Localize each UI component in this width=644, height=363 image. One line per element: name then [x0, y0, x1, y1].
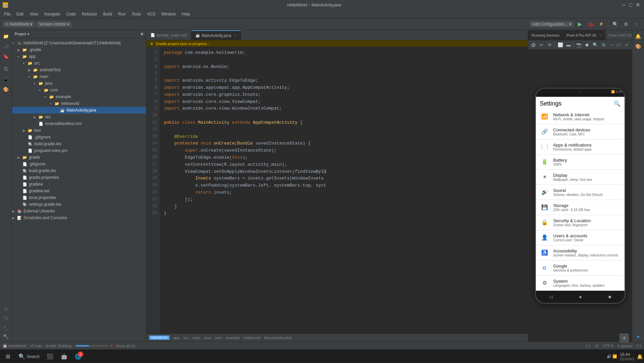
tree-item-gradlewbat[interactable]: 📄 gradlew.bat	[12, 188, 146, 194]
search-button[interactable]: 🔍 Search	[15, 352, 42, 362]
power-button[interactable]: ⏻	[530, 41, 537, 49]
tree-item-buildgradle[interactable]: 🐘 build.gradle.kts	[12, 140, 146, 147]
sidebar-item-problems[interactable]: ⚠	[1, 304, 11, 313]
tree-item-gitignore[interactable]: 📄 .gitignore	[12, 134, 146, 140]
git-branch-status[interactable]: ⎇ main	[29, 344, 43, 348]
tree-item-androidtest[interactable]: ▶ 📂 androidTest	[12, 67, 146, 73]
code-editor[interactable]: 12345 678910 1112131415 1617181920 21222…	[146, 47, 528, 333]
tab-pixel8[interactable]: Pixel 8 Pro API 26 ✕	[563, 30, 605, 40]
panel-options-icon[interactable]: ⚙	[140, 32, 143, 36]
settings-item-storage[interactable]: 💾 Storage 23% used · 6.15 GB free	[536, 200, 625, 215]
debug-button[interactable]: 🐞	[586, 19, 595, 29]
sidebar-item-structure[interactable]: 🏗	[1, 65, 11, 74]
menu-build[interactable]: Build	[100, 11, 115, 17]
build-status[interactable]: Gradle: Building... ✕	[45, 344, 113, 348]
screenshot-button[interactable]: 📷	[575, 41, 583, 49]
running-devices-label[interactable]: Running Devices	[528, 30, 563, 40]
settings-item-connected[interactable]: 🔗 Connected devices Bluetooth, Cast, NFC	[536, 124, 625, 139]
tree-item-java[interactable]: ▾ 📂 java	[12, 80, 146, 87]
tab-mainactivity-java[interactable]: ☕ MainActivity.java ✕	[191, 30, 241, 40]
tree-item-test[interactable]: ▶ 📂 test	[12, 127, 146, 134]
encoding[interactable]: UTF-8	[603, 344, 613, 348]
minimize-button[interactable]: ─	[620, 0, 627, 10]
task-view-button[interactable]: ⬛	[44, 352, 56, 362]
code-content[interactable]: package com.example.helloworld; import a…	[160, 47, 528, 333]
tree-item-example[interactable]: ▾ 📂 example	[12, 93, 146, 100]
intellij-taskbar[interactable]: 🤖	[58, 352, 71, 362]
chevron-down-icon[interactable]: ▾	[28, 32, 29, 36]
sidebar-item-build[interactable]: 🔨	[1, 332, 11, 341]
tree-item-app[interactable]: ▾ 📂 app	[12, 53, 146, 60]
settings-button[interactable]: ⚙	[621, 19, 631, 29]
profile-button[interactable]: ⚡	[597, 19, 606, 29]
settings-item-system[interactable]: ⚙ System Languages, time, backup, update…	[536, 276, 625, 291]
screen-record-button[interactable]: ⏺	[584, 41, 591, 49]
tab-activity-main-xml[interactable]: 📄 activity_main.xml	[146, 30, 191, 40]
zoom-button[interactable]: 🔍	[592, 41, 599, 49]
expand-button[interactable]: ⤢	[623, 41, 631, 49]
fold-button[interactable]: ⧉	[600, 41, 607, 49]
menu-window[interactable]: Window	[159, 11, 179, 17]
version-control-selector[interactable]: Version control ▾	[36, 21, 72, 27]
settings-item-sound[interactable]: 🔊 Sound Volume, vibration, Do Not Distur…	[536, 185, 625, 200]
sidebar-item-android[interactable]: 📱	[1, 75, 11, 84]
nav-home-button[interactable]: ●	[579, 294, 582, 299]
sidebar-item-project[interactable]: 📁	[1, 32, 11, 41]
back-button[interactable]: ↩	[538, 41, 545, 49]
tree-item-mainactivity[interactable]: ☕ MainActivity.java	[12, 107, 146, 114]
tree-item-gradle-hidden[interactable]: ▶ 📂 .gradle	[12, 46, 146, 53]
sidebar-item-commit[interactable]: ⎇	[1, 42, 11, 51]
tree-item-main[interactable]: ▾ 📂 main	[12, 73, 146, 80]
tree-item-localprops[interactable]: 📄 local.properties	[12, 194, 146, 201]
close-button[interactable]: ✕	[634, 0, 641, 10]
menu-vcs[interactable]: VCS	[144, 11, 158, 17]
tree-item-com[interactable]: ▾ 📂 com	[12, 87, 146, 93]
sidebar-item-git[interactable]: ⌥	[1, 313, 11, 323]
nav-recents-button[interactable]: ■	[608, 294, 611, 299]
tree-item-gradleprops[interactable]: 📄 gradle.properties	[12, 174, 146, 181]
ai-icon[interactable]: ✦	[634, 332, 643, 341]
portrait-button[interactable]: ⬜	[556, 41, 564, 49]
settings-item-battery[interactable]: 🔋 Battery 100%	[536, 155, 625, 170]
tab-menu-button[interactable]: ⋮	[518, 33, 528, 38]
tree-item-root-gitignore[interactable]: 📄 .gitignore	[12, 161, 146, 167]
cursor-position[interactable]: 1:1	[585, 344, 590, 348]
tab-close-button[interactable]: ✕	[234, 34, 237, 37]
build-cancel-icon[interactable]: ✕	[110, 344, 113, 348]
settings-item-accessibility[interactable]: ♿ Accessibility Screen readers, display,…	[536, 245, 625, 260]
indent-setting[interactable]: 4 spaces	[617, 344, 632, 348]
phone-screen[interactable]: Settings 🔍 📶 Network & Internet Wi-Fi, m…	[536, 97, 625, 291]
tree-item-res[interactable]: ▶ 📂 res	[12, 114, 146, 120]
tree-item-proguard[interactable]: 📄 proguard-rules.pro	[12, 147, 146, 154]
tree-item-external-libs[interactable]: ▶ 📚 External Libraries	[12, 208, 146, 214]
landscape-button[interactable]: ▬	[565, 41, 572, 49]
rotate-button[interactable]: ⟳	[546, 41, 553, 49]
tree-item-settingsgradle[interactable]: 🐘 settings.gradle.kts	[12, 201, 146, 208]
sidebar-item-terminal[interactable]: >_	[1, 323, 11, 332]
search-everywhere-button[interactable]: 🔍	[610, 19, 620, 29]
settings-search-icon[interactable]: 🔍	[614, 100, 620, 107]
maximize-button[interactable]: □	[628, 0, 634, 10]
menu-file[interactable]: File	[1, 11, 13, 17]
menu-code[interactable]: Code	[63, 11, 79, 17]
settings-item-users[interactable]: 👤 Users & accounts Current user: Owner	[536, 230, 625, 245]
run-configuration-selector[interactable]: Add Configuration... ▾	[530, 21, 574, 27]
run-button[interactable]: ▶	[575, 19, 585, 29]
sidebar-item-resource[interactable]: 🎨	[1, 85, 11, 94]
notifications-icon[interactable]: 🔔	[634, 32, 643, 41]
more-device-btn[interactable]: ⋯	[608, 41, 615, 49]
menu-view[interactable]: View	[27, 11, 41, 17]
show-all-status[interactable]: Show all (2)	[116, 344, 135, 348]
helloworld-status[interactable]: 🤖 HelloWorld	[3, 344, 27, 348]
menu-refactor[interactable]: Refactor	[79, 11, 100, 17]
project-selector[interactable]: H HelloWorld ▾	[3, 21, 35, 27]
settings-item-google[interactable]: G Google Services & preferences	[536, 260, 625, 276]
settings-item-security[interactable]: 🔒 Security & Location Screen lock, finge…	[536, 215, 625, 230]
settings-item-display[interactable]: ☀ Display Wallpaper, sleep, font size	[536, 170, 625, 185]
add-device-button[interactable]: +	[619, 333, 629, 341]
tab-close-pixel8[interactable]: ✕	[599, 33, 602, 37]
tree-item-root-buildgradle[interactable]: 🐘 build.gradle.kts	[12, 167, 146, 174]
tree-item-helloworld[interactable]: ▾ 📂 helloworld	[12, 100, 146, 107]
nav-back-button[interactable]: ◁	[549, 294, 553, 299]
tree-item-scratches[interactable]: ▶ 📝 Scratches and Consoles	[12, 214, 146, 221]
